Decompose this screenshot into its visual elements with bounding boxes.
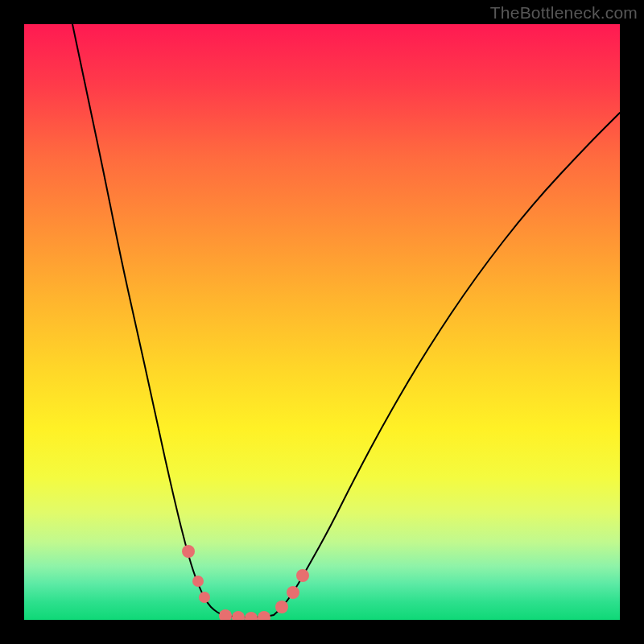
- curve-marker: [199, 592, 210, 603]
- curve-layer: [24, 24, 620, 620]
- plot-area: [24, 24, 620, 620]
- curve-marker: [287, 586, 299, 599]
- curve-markers: [182, 545, 309, 620]
- curve-path: [72, 24, 620, 617]
- curve-marker: [192, 576, 204, 587]
- curve-marker: [245, 612, 258, 620]
- watermark-text: TheBottleneck.com: [490, 3, 638, 23]
- bottleneck-curve: [72, 24, 620, 617]
- curve-marker: [258, 611, 270, 620]
- curve-marker: [232, 611, 245, 620]
- curve-marker: [275, 601, 288, 613]
- curve-marker: [219, 609, 232, 620]
- curve-marker: [296, 569, 309, 582]
- chart-frame: TheBottleneck.com: [0, 0, 644, 644]
- curve-marker: [182, 545, 195, 558]
